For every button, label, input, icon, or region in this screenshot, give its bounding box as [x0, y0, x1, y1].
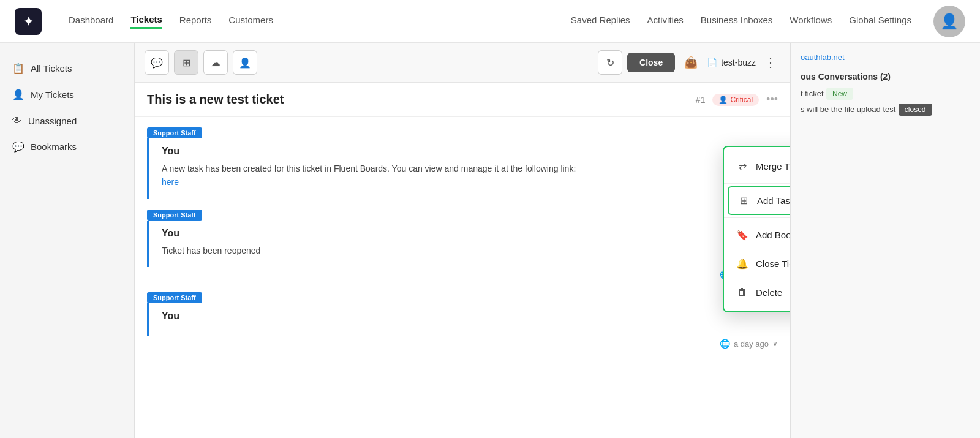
- merge-tickets-label: Merge Tickets: [756, 161, 790, 172]
- sidebar-label-all-tickets: All Tickets: [31, 63, 72, 74]
- message-sender-2: You: [162, 228, 778, 239]
- nav-left: Dashboard Tickets Reports Customers: [69, 14, 273, 29]
- rp-conv-2: s will be the file upload test closed: [801, 104, 970, 115]
- inbox-label: 📄 test-buzz: [707, 58, 756, 67]
- globe-icon-3: 🌐: [720, 339, 730, 349]
- rp-conv-1-text: t ticket: [801, 89, 824, 98]
- dropdown-add-bookmark[interactable]: 🔖 Add Bookmark: [724, 221, 790, 249]
- add-task-icon: ⊞: [737, 195, 750, 206]
- archive-btn[interactable]: 👜: [680, 51, 702, 74]
- ticket-toolbar: 💬 ⊞ ☁ 👤 ↻ Close 👜 📄 test-buzz: [135, 43, 790, 83]
- message-link-1[interactable]: here: [162, 177, 179, 187]
- close-ticket-btn[interactable]: Close: [627, 53, 675, 72]
- user-avatar[interactable]: 👤: [933, 6, 965, 37]
- add-task-label: Add Task to Fluent Boards: [757, 195, 790, 206]
- time-row-2: 🌐 a day ago ∨: [135, 267, 790, 282]
- cloud-icon: ☁: [211, 57, 221, 69]
- contact-btn[interactable]: 👤: [233, 50, 257, 75]
- nav-customers[interactable]: Customers: [228, 15, 273, 28]
- sidebar-item-all-tickets[interactable]: 📋 All Tickets: [0, 55, 134, 81]
- refresh-btn[interactable]: ↻: [598, 50, 622, 75]
- message-sender-3: You: [162, 311, 778, 322]
- rp-conv-2-badge: closed: [899, 104, 932, 116]
- nav-reports[interactable]: Reports: [179, 15, 212, 28]
- bag-icon: 👜: [684, 56, 698, 69]
- support-label-2: Support Staff: [147, 210, 202, 221]
- avatar-icon: 👤: [940, 13, 959, 30]
- dropdown-close-silently[interactable]: 🔔 Close Ticket Silently: [724, 249, 790, 278]
- dropdown-merge-tickets[interactable]: ⇄ Merge Tickets: [724, 152, 790, 181]
- dropdown-divider-2: [724, 217, 790, 218]
- conversation-view-btn[interactable]: 💬: [145, 50, 169, 75]
- support-label-1: Support Staff: [147, 127, 202, 138]
- rp-conversations-title: ous Conversations (2): [801, 72, 970, 81]
- sidebar-label-unassigned: Unassigned: [28, 116, 77, 126]
- integrations-btn[interactable]: ☁: [203, 50, 228, 75]
- sidebar-label-my-tickets: My Tickets: [31, 89, 74, 100]
- dropdown-add-task[interactable]: ⊞ Add Task to Fluent Boards: [728, 186, 790, 215]
- chat-icon: 💬: [151, 57, 163, 69]
- support-label-3: Support Staff: [147, 292, 202, 303]
- my-tickets-icon: 👤: [12, 89, 24, 100]
- sidebar-icon: ⊞: [183, 57, 190, 69]
- nav-dashboard[interactable]: Dashboard: [69, 15, 113, 28]
- message-sender-1: You: [162, 146, 778, 157]
- main-layout: 📋 All Tickets 👤 My Tickets 👁 Unassigned …: [0, 43, 980, 438]
- chevron-3[interactable]: ∨: [772, 339, 778, 348]
- top-navigation: ✦ Dashboard Tickets Reports Customers Sa…: [0, 0, 980, 43]
- rp-conv-1: t ticket New: [801, 88, 970, 99]
- time-row-3: 🌐 a day ago ∨: [135, 336, 790, 351]
- message-2: Support Staff You Ticket has been reopen…: [135, 209, 790, 282]
- bookmarks-icon: 💬: [12, 141, 24, 153]
- nav-tickets[interactable]: Tickets: [130, 14, 162, 29]
- refresh-icon: ↻: [606, 57, 614, 69]
- sidebar-toggle-btn[interactable]: ⊞: [174, 50, 198, 75]
- bookmark-icon: 🔖: [736, 229, 748, 241]
- ticket-more-btn[interactable]: ⋮: [761, 53, 780, 72]
- dropdown-menu: ⇄ Merge Tickets ⊞ Add Task to Fluent Boa…: [723, 146, 790, 312]
- messages-area: Support Staff You A new task has been cr…: [135, 117, 790, 438]
- dropdown-divider-1: [724, 183, 790, 184]
- delete-icon: 🗑: [736, 287, 748, 298]
- sidebar-item-bookmarks[interactable]: 💬 Bookmarks: [0, 134, 134, 160]
- priority-icon: 👤: [718, 96, 728, 104]
- nav-global-settings[interactable]: Global Settings: [849, 15, 911, 28]
- nav-saved-replies[interactable]: Saved Replies: [571, 15, 630, 28]
- ticket-title: This is a new test ticket: [147, 93, 688, 107]
- close-silently-icon: 🔔: [736, 258, 748, 270]
- time-label-3: a day ago: [734, 339, 769, 349]
- right-panel: oauthlab.net ous Conversations (2) t tic…: [790, 43, 980, 438]
- unassigned-icon: 👁: [12, 115, 22, 126]
- message-content-3: You: [147, 303, 790, 336]
- rp-email[interactable]: oauthlab.net: [801, 53, 970, 62]
- logo-icon: ✦: [23, 14, 34, 29]
- sidebar-item-my-tickets[interactable]: 👤 My Tickets: [0, 81, 134, 108]
- add-bookmark-label: Add Bookmark: [756, 230, 790, 240]
- message-text-2: Ticket has been reopened: [162, 244, 778, 257]
- all-tickets-icon: 📋: [12, 62, 24, 74]
- merge-icon: ⇄: [736, 160, 748, 172]
- rp-conv-1-badge: New: [826, 88, 853, 100]
- priority-badge: 👤 Critical: [712, 94, 759, 106]
- ticket-main-area: 💬 ⊞ ☁ 👤 ↻ Close 👜 📄 test-buzz: [135, 43, 790, 438]
- message-content-1: You A new task has been created for this…: [147, 138, 790, 199]
- nav-workflows[interactable]: Workflows: [790, 15, 832, 28]
- message-3: Support Staff You 🌐 a day ago ∨: [135, 292, 790, 351]
- logo[interactable]: ✦: [15, 8, 42, 35]
- ticket-header: This is a new test ticket #1 👤 Critical …: [135, 83, 790, 117]
- inbox-icon: 📄: [707, 58, 717, 67]
- message-text-1: A new task has been created for this tic…: [162, 162, 778, 189]
- delete-label: Delete: [756, 287, 782, 298]
- sidebar-label-bookmarks: Bookmarks: [31, 142, 77, 152]
- sidebar-item-unassigned[interactable]: 👁 Unassigned: [0, 108, 134, 134]
- nav-business-inboxes[interactable]: Business Inboxes: [701, 15, 773, 28]
- nav-activities[interactable]: Activities: [647, 15, 684, 28]
- close-silently-label: Close Ticket Silently: [756, 259, 790, 269]
- message-content-2: You Ticket has been reopened: [147, 221, 790, 267]
- ticket-id: #1: [696, 95, 706, 105]
- dropdown-delete[interactable]: 🗑 Delete: [724, 278, 790, 306]
- nav-right: Saved Replies Activities Business Inboxe…: [571, 6, 965, 37]
- ticket-options-btn[interactable]: •••: [766, 93, 778, 106]
- more-icon: ⋮: [764, 55, 777, 70]
- inbox-name: test-buzz: [721, 58, 756, 67]
